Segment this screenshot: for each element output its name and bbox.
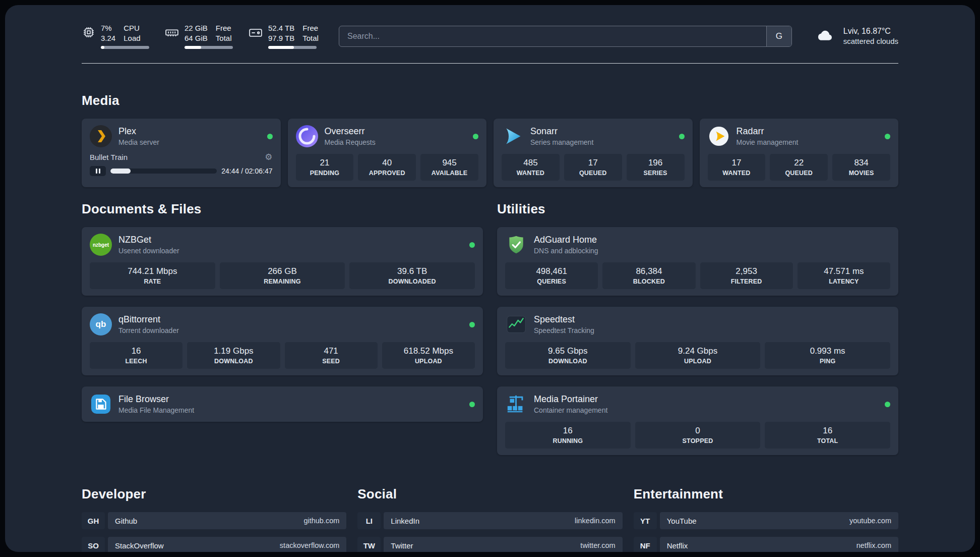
stat-value: 945 xyxy=(422,158,476,168)
system-metrics: 7% 3.24 CPU Load xyxy=(82,23,319,49)
stat-tile: 39.6 TBDOWNLOADED xyxy=(349,262,475,289)
search-bar: G xyxy=(339,26,792,47)
stat-label: DOWNLOAD xyxy=(189,358,278,365)
stat-tile: 17WANTED xyxy=(708,154,766,181)
stat-label: WANTED xyxy=(504,170,558,177)
app-name: Radarr xyxy=(737,126,799,137)
stat-tile: 744.21 MbpsRATE xyxy=(90,262,215,289)
status-dot xyxy=(885,134,890,139)
status-dot xyxy=(885,402,890,407)
section-title-developer: Developer xyxy=(82,486,346,502)
stat-tile: 16RUNNING xyxy=(505,422,631,449)
documents-column: Documents & Files nzbget NZBGet Usenet d… xyxy=(82,201,483,422)
app-name: qBittorrent xyxy=(118,314,179,325)
section-title-documents: Documents & Files xyxy=(82,201,483,217)
app-card-portainer[interactable]: Media Portainer Container management 16R… xyxy=(497,386,898,455)
stat-tile: 485WANTED xyxy=(502,154,560,181)
app-card-adguard[interactable]: AdGuard Home DNS and adblocking 498,461Q… xyxy=(497,227,898,296)
app-desc: Media File Management xyxy=(118,406,194,415)
ram-total: 64 GiB xyxy=(185,33,208,43)
portainer-icon xyxy=(505,393,527,415)
section-title-social: Social xyxy=(357,486,622,502)
ram-labels: Free Total xyxy=(216,23,232,43)
app-name: Media Portainer xyxy=(534,394,607,405)
disk-metric: 52.4 TB 97.9 TB Free Total xyxy=(248,23,319,49)
stat-tile: 22QUEUED xyxy=(770,154,828,181)
app-card-overseerr[interactable]: Overseerr Media Requests 21PENDING 40APP… xyxy=(288,119,487,187)
bookmark-twitter[interactable]: TW Twittertwitter.com xyxy=(357,537,622,552)
bookmark-name: Github xyxy=(115,517,137,525)
plex-player: 24:44 / 02:06:47 xyxy=(90,166,273,176)
app-card-filebrowser[interactable]: File Browser Media File Management xyxy=(82,386,483,422)
bookmarks-developer: Developer GH Githubgithub.com SO StackOv… xyxy=(82,486,346,552)
app-card-plex[interactable]: Plex Media server Bullet Train ⚙ 24:44 /… xyxy=(82,119,281,187)
bookmark-linkedin[interactable]: LI LinkedInlinkedin.com xyxy=(357,512,622,529)
stat-tile: 471SEED xyxy=(285,342,378,369)
qbittorrent-icon-text: qb xyxy=(96,319,106,329)
bookmark-abbr: TW xyxy=(357,537,381,552)
stat-label: APPROVED xyxy=(360,170,414,177)
stat-label: AVAILABLE xyxy=(422,170,476,177)
bookmark-youtube[interactable]: YT YouTubeyoutube.com xyxy=(634,512,898,529)
stat-label: PING xyxy=(767,358,888,365)
stat-tile: 266 GBREMAINING xyxy=(220,262,345,289)
stat-value: 266 GB xyxy=(222,266,343,276)
ram-free: 22 GiB xyxy=(185,23,208,33)
search-input[interactable] xyxy=(339,26,766,46)
status-dot xyxy=(267,134,273,139)
cpu-label-top: CPU xyxy=(124,23,140,33)
app-desc: Media Requests xyxy=(325,138,376,147)
app-card-radarr[interactable]: Radarr Movie management 17WANTED 22QUEUE… xyxy=(700,119,899,187)
disk-values: 52.4 TB 97.9 TB xyxy=(268,23,294,43)
search-engine-button[interactable]: G xyxy=(766,26,791,46)
stat-value: 498,461 xyxy=(507,266,596,276)
sonarr-icon xyxy=(502,125,524,147)
disk-icon xyxy=(248,23,263,42)
bookmark-netflix[interactable]: NF Netflixnetflix.com xyxy=(634,537,898,552)
bookmark-stackoverflow[interactable]: SO StackOverflowstackoverflow.com xyxy=(82,537,346,552)
adguard-icon xyxy=(505,234,527,256)
stat-label: UPLOAD xyxy=(384,358,473,365)
app-name: Sonarr xyxy=(530,126,593,137)
cpu-values: 7% 3.24 xyxy=(101,23,115,43)
app-card-nzbget[interactable]: nzbget NZBGet Usenet downloader 744.21 M… xyxy=(82,227,483,296)
app-name: NZBGet xyxy=(118,234,179,246)
disk-free: 52.4 TB xyxy=(268,23,294,33)
app-card-speedtest[interactable]: Speedtest Speedtest Tracking 9.65 GbpsDO… xyxy=(497,307,898,375)
filebrowser-icon xyxy=(90,393,112,415)
app-name: File Browser xyxy=(118,394,194,405)
app-name: Overseerr xyxy=(325,126,376,137)
app-name: AdGuard Home xyxy=(534,234,598,246)
pause-button[interactable] xyxy=(90,166,106,176)
stat-label: RUNNING xyxy=(507,437,629,444)
app-card-qbittorrent[interactable]: qb qBittorrent Torrent downloader 16LEEC… xyxy=(82,307,483,375)
weather-location: Lviv, 16.87°C xyxy=(843,26,898,37)
stat-value: 16 xyxy=(92,346,180,356)
utilities-column: Utilities AdGuard Home DNS and adblockin… xyxy=(497,201,898,455)
disk-labels: Free Total xyxy=(302,23,319,43)
bookmark-github[interactable]: GH Githubgithub.com xyxy=(82,512,346,529)
bookmark-url: twitter.com xyxy=(580,541,615,549)
stat-tile: 498,461QUERIES xyxy=(505,262,598,289)
app-desc: Usenet downloader xyxy=(118,246,179,255)
bookmark-abbr: NF xyxy=(634,537,657,552)
stat-value: 9.24 Gbps xyxy=(637,346,759,356)
stat-tile: 9.65 GbpsDOWNLOAD xyxy=(505,342,631,369)
stat-label: REMAINING xyxy=(222,278,343,285)
ram-label-top: Free xyxy=(216,23,232,33)
section-title-media: Media xyxy=(82,93,898,108)
app-card-sonarr[interactable]: Sonarr Series management 485WANTED 17QUE… xyxy=(494,119,693,187)
app-desc: Speedtest Tracking xyxy=(534,326,594,335)
status-dot xyxy=(679,134,685,139)
dashboard-content: 7% 3.24 CPU Load xyxy=(82,5,898,552)
gear-icon[interactable]: ⚙ xyxy=(265,153,272,161)
app-desc: Series management xyxy=(530,138,593,147)
stat-value: 485 xyxy=(504,158,558,168)
cpu-progress-bar xyxy=(101,46,149,49)
bookmark-url: linkedin.com xyxy=(575,517,616,525)
now-playing-title: Bullet Train xyxy=(90,153,128,161)
ram-progress-bar xyxy=(185,46,233,49)
bookmark-url: github.com xyxy=(303,517,339,525)
stat-tile: 16LEECH xyxy=(90,342,182,369)
cpu-percent: 7% xyxy=(101,23,115,33)
